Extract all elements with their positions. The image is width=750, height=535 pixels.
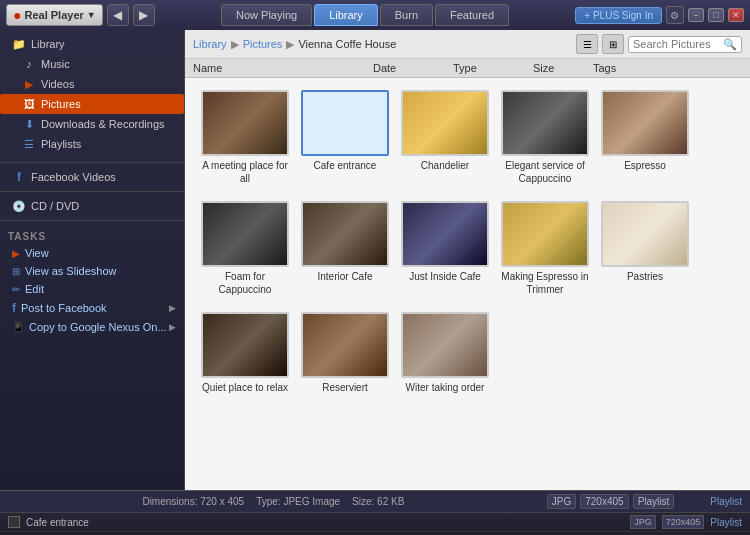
slideshow-icon: ⊞ (12, 266, 20, 277)
dropdown-arrow-fb[interactable]: ▶ (169, 303, 176, 313)
thumb-label-4: Elegant service of Cappuccino (501, 159, 589, 185)
minimize-button[interactable]: − (688, 8, 704, 22)
tab-library[interactable]: Library (314, 4, 378, 26)
sidebar-item-playlists[interactable]: ☰ Playlists (0, 134, 184, 154)
thumb-label-10: Pastries (627, 270, 663, 283)
tab-burn[interactable]: Burn (380, 4, 433, 26)
np-playlist-btn[interactable]: Playlist (710, 517, 742, 528)
list-item[interactable]: Just Inside Cafe (401, 201, 489, 296)
thumbnail-reserviert (301, 312, 389, 378)
divider-2 (0, 191, 184, 192)
thumb-label-5: Espresso (624, 159, 666, 172)
thumb-label-2: Cafe entrance (314, 159, 377, 172)
now-playing-bar: Cafe entrance JPG 720x405 Playlist (0, 513, 750, 532)
list-item[interactable]: Pastries (601, 201, 689, 296)
task-post-facebook[interactable]: f Post to Facebook ▶ (0, 298, 184, 318)
list-item[interactable]: Witer taking order (401, 312, 489, 394)
title-bar-right: + PLUS Sign In ⚙ − □ ✕ (575, 6, 750, 24)
divider-1 (0, 162, 184, 163)
sidebar-item-downloads[interactable]: ⬇ Downloads & Recordings (0, 114, 184, 134)
tab-featured[interactable]: Featured (435, 4, 509, 26)
col-header-tags[interactable]: Tags (593, 62, 742, 74)
list-item[interactable]: Cafe entrance (301, 90, 389, 185)
logo-button[interactable]: ● Real Player ▼ (6, 4, 103, 26)
list-item[interactable]: Chandelier (401, 90, 489, 185)
forward-button[interactable]: ▶ (133, 4, 155, 26)
view-icon: ▶ (12, 248, 20, 259)
thumb-label-3: Chandelier (421, 159, 469, 172)
col-header-type[interactable]: Type (453, 62, 533, 74)
resolution-badge: 720x405 (580, 494, 628, 509)
sidebar-item-videos[interactable]: ▶ Videos (0, 74, 184, 94)
list-item[interactable]: A meeting place for all (201, 90, 289, 185)
gallery-row-1: A meeting place for all Cafe entrance Ch… (201, 90, 734, 185)
plus-signin-button[interactable]: + PLUS Sign In (575, 7, 662, 24)
dropdown-arrow-nexus[interactable]: ▶ (169, 322, 176, 332)
gallery-row-3: Quiet place to relax Reserviert Witer ta… (201, 312, 734, 394)
thumbnail-interior-cafe (301, 201, 389, 267)
status-badges: JPG 720x405 Playlist (547, 494, 675, 509)
search-icon[interactable]: 🔍 (723, 38, 737, 51)
status-bar: Dimensions: 720 x 405 Type: JPEG Image S… (0, 490, 750, 512)
list-item[interactable]: Quiet place to relax (201, 312, 289, 394)
tab-now-playing[interactable]: Now Playing (221, 4, 312, 26)
breadcrumb-sep-1: ▶ (231, 38, 239, 51)
thumb-label-13: Witer taking order (406, 381, 485, 394)
sidebar-item-pictures[interactable]: 🖼 Pictures (0, 94, 184, 114)
gallery-area: A meeting place for all Cafe entrance Ch… (185, 78, 750, 490)
sidebar-item-cddvd[interactable]: 💿 CD / DVD (0, 196, 184, 216)
videos-icon: ▶ (22, 77, 36, 91)
col-header-size[interactable]: Size (533, 62, 593, 74)
cddvd-icon: 💿 (12, 199, 26, 213)
close-button[interactable]: ✕ (728, 8, 744, 22)
back-button[interactable]: ◀ (107, 4, 129, 26)
col-header-name[interactable]: Name (193, 62, 373, 74)
task-slideshow[interactable]: ⊞ View as Slideshow (0, 262, 184, 280)
music-icon: ♪ (22, 57, 36, 71)
np-res-badge: 720x405 (662, 515, 705, 529)
task-copy-nexus[interactable]: 📱 Copy to Google Nexus On... ▶ (0, 318, 184, 336)
np-format-badge: JPG (630, 515, 656, 529)
status-playlist-link[interactable]: Playlist (710, 496, 742, 507)
thumb-label-9: Making Espresso in Trimmer (501, 270, 589, 296)
thumbnail-making-espresso (501, 201, 589, 267)
list-item[interactable]: Making Espresso in Trimmer (501, 201, 589, 296)
divider-3 (0, 220, 184, 221)
table-header: Name Date Type Size Tags (185, 59, 750, 78)
content-area: Library ▶ Pictures ▶ Vienna Coffe House … (185, 30, 750, 490)
restore-button[interactable]: □ (708, 8, 724, 22)
search-input[interactable] (633, 38, 723, 50)
status-dimensions: Dimensions: 720 x 405 (142, 496, 244, 507)
thumbnail-chandelier (401, 90, 489, 156)
thumb-label-8: Just Inside Cafe (409, 270, 481, 283)
list-item[interactable]: Espresso (601, 90, 689, 185)
list-item[interactable]: Interior Cafe (301, 201, 389, 296)
list-item[interactable]: Foam for Cappuccino (201, 201, 289, 296)
task-edit[interactable]: ✏ Edit (0, 280, 184, 298)
breadcrumb-library[interactable]: Library (193, 38, 227, 50)
sidebar-item-music[interactable]: ♪ Music (0, 54, 184, 74)
tasks-header: TASKS (0, 225, 184, 244)
sidebar-item-library[interactable]: 📁 Library (0, 34, 184, 54)
thumbnail-espresso (601, 90, 689, 156)
np-checkbox[interactable] (8, 516, 20, 528)
edit-icon: ✏ (12, 284, 20, 295)
thumbnail-just-inside-cafe (401, 201, 489, 267)
status-type: Type: JPEG Image (256, 496, 340, 507)
gallery-row-2: Foam for Cappuccino Interior Cafe Just I… (201, 201, 734, 296)
status-info: Dimensions: 720 x 405 Type: JPEG Image S… (8, 496, 539, 507)
list-item[interactable]: Elegant service of Cappuccino (501, 90, 589, 185)
thumbnail-foam (201, 201, 289, 267)
task-view[interactable]: ▶ View (0, 244, 184, 262)
list-view-button[interactable]: ☰ (576, 34, 598, 54)
title-bar-left: ● Real Player ▼ ◀ ▶ (0, 4, 155, 26)
breadcrumb-pictures[interactable]: Pictures (243, 38, 283, 50)
grid-view-button[interactable]: ⊞ (602, 34, 624, 54)
thumb-label-6: Foam for Cappuccino (201, 270, 289, 296)
downloads-icon: ⬇ (22, 117, 36, 131)
list-item[interactable]: Reserviert (301, 312, 389, 394)
col-header-date[interactable]: Date (373, 62, 453, 74)
sidebar-item-facebook[interactable]: f Facebook Videos (0, 167, 184, 187)
thumbnail-elegant-service (501, 90, 589, 156)
settings-icon[interactable]: ⚙ (666, 6, 684, 24)
